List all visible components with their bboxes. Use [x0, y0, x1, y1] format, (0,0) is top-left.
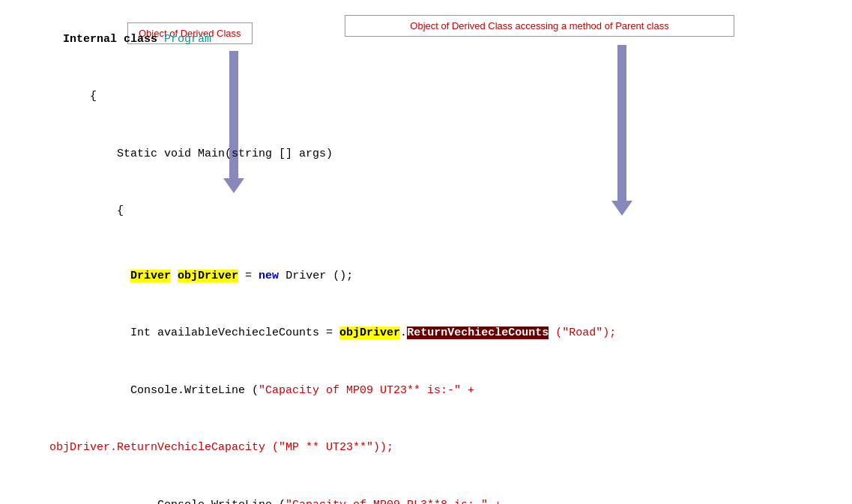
kw-new: new	[259, 270, 279, 282]
code-line-6: Int availableVechiecleCounts = objDriver…	[22, 305, 830, 362]
kw-program: Program	[164, 33, 211, 46]
code-line-7: Console.WriteLine ("Capacity of MP09 UT2…	[22, 362, 830, 419]
code-line-8: objDriver.ReturnVechicleCapacity ("MP **…	[22, 419, 830, 477]
str-road: ("Road");	[549, 327, 616, 339]
code-line-2: {	[22, 68, 830, 126]
kw-internal: Internal class	[63, 33, 164, 46]
highlight-objdriver2: objDriver	[339, 327, 400, 339]
highlight-returnvechicle: ReturnVechiecleCounts	[407, 327, 549, 339]
str-capacity1b: objDriver.ReturnVechicleCapacity ("MP **…	[49, 441, 393, 454]
highlight-driver: Driver	[130, 270, 171, 282]
code-body: Driver objDriver = new Driver (); Int av…	[22, 247, 830, 504]
code-line-5: Driver objDriver = new Driver ();	[22, 247, 830, 305]
code-area-top: Internal class Program { Static void Mai…	[22, 10, 830, 240]
code-line-3: Static void Main(string [] args)	[22, 125, 830, 183]
str-capacity2: "Capacity of MP09 PL3**8 is:-" +	[285, 499, 501, 505]
code-line-4: {	[22, 183, 830, 240]
code-line-9: Console.WriteLine ("Capacity of MP09 PL3…	[22, 476, 830, 504]
str-capacity1: "Capacity of MP09 UT23** is:-" +	[259, 384, 474, 397]
annotation-area: Object of Derived Class Object of Derive…	[22, 15, 830, 240]
code-line-1: Internal class Program	[22, 10, 830, 68]
highlight-objdriver: objDriver	[178, 270, 238, 282]
